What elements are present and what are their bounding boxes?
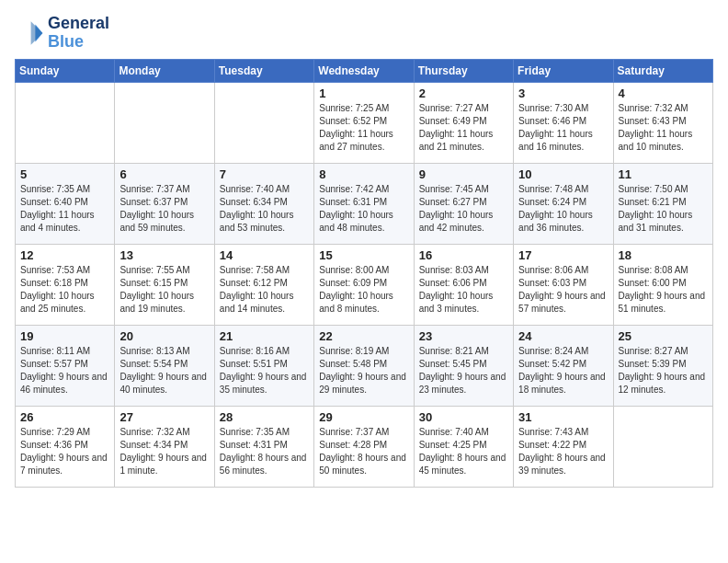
weekday-header-wednesday: Wednesday — [314, 59, 414, 82]
weekday-header-friday: Friday — [514, 59, 613, 82]
day-info: Sunrise: 7:48 AM Sunset: 6:24 PM Dayligh… — [518, 183, 608, 235]
day-info: Sunrise: 7:29 AM Sunset: 4:36 PM Dayligh… — [20, 426, 109, 477]
calendar-cell — [214, 82, 313, 163]
day-info: Sunrise: 7:27 AM Sunset: 6:49 PM Dayligh… — [419, 102, 508, 154]
day-number: 6 — [119, 167, 209, 181]
calendar-cell: 30Sunrise: 7:40 AM Sunset: 4:25 PM Dayli… — [414, 406, 513, 487]
calendar-cell: 1Sunrise: 7:25 AM Sunset: 6:52 PM Daylig… — [314, 82, 414, 163]
calendar-cell: 15Sunrise: 8:00 AM Sunset: 6:09 PM Dayli… — [314, 244, 414, 325]
day-number: 16 — [419, 248, 508, 262]
day-number: 28 — [220, 410, 309, 424]
day-number: 19 — [20, 329, 109, 343]
calendar-cell: 7Sunrise: 7:40 AM Sunset: 6:34 PM Daylig… — [214, 163, 313, 244]
day-info: Sunrise: 7:50 AM Sunset: 6:21 PM Dayligh… — [619, 183, 708, 235]
day-number: 12 — [20, 248, 109, 262]
day-info: Sunrise: 7:30 AM Sunset: 6:46 PM Dayligh… — [518, 102, 608, 154]
calendar-cell: 11Sunrise: 7:50 AM Sunset: 6:21 PM Dayli… — [613, 163, 712, 244]
day-number: 13 — [119, 248, 209, 262]
calendar-cell: 3Sunrise: 7:30 AM Sunset: 6:46 PM Daylig… — [514, 82, 613, 163]
day-info: Sunrise: 7:53 AM Sunset: 6:18 PM Dayligh… — [20, 264, 109, 316]
day-info: Sunrise: 7:58 AM Sunset: 6:12 PM Dayligh… — [220, 264, 309, 316]
calendar-cell: 23Sunrise: 8:21 AM Sunset: 5:45 PM Dayli… — [414, 325, 513, 406]
day-info: Sunrise: 8:16 AM Sunset: 5:51 PM Dayligh… — [220, 345, 309, 396]
day-info: Sunrise: 8:21 AM Sunset: 5:45 PM Dayligh… — [419, 345, 508, 396]
day-info: Sunrise: 7:42 AM Sunset: 6:31 PM Dayligh… — [319, 183, 408, 235]
day-info: Sunrise: 8:03 AM Sunset: 6:06 PM Dayligh… — [419, 264, 508, 316]
day-number: 14 — [220, 248, 309, 262]
day-number: 15 — [319, 248, 408, 262]
calendar-cell — [613, 406, 712, 487]
calendar-cell: 26Sunrise: 7:29 AM Sunset: 4:36 PM Dayli… — [16, 406, 115, 487]
calendar-cell: 29Sunrise: 7:37 AM Sunset: 4:28 PM Dayli… — [314, 406, 414, 487]
day-info: Sunrise: 8:24 AM Sunset: 5:42 PM Dayligh… — [518, 345, 608, 396]
day-number: 27 — [119, 410, 209, 424]
calendar-cell: 19Sunrise: 8:11 AM Sunset: 5:57 PM Dayli… — [16, 325, 115, 406]
weekday-header-tuesday: Tuesday — [214, 59, 313, 82]
logo-text: General Blue — [48, 15, 109, 52]
day-number: 29 — [319, 410, 408, 424]
day-number: 23 — [419, 329, 508, 343]
calendar-cell: 20Sunrise: 8:13 AM Sunset: 5:54 PM Dayli… — [115, 325, 214, 406]
day-info: Sunrise: 7:43 AM Sunset: 4:22 PM Dayligh… — [518, 426, 608, 477]
day-number: 4 — [619, 86, 708, 100]
calendar-cell: 21Sunrise: 8:16 AM Sunset: 5:51 PM Dayli… — [214, 325, 313, 406]
day-info: Sunrise: 7:37 AM Sunset: 6:37 PM Dayligh… — [119, 183, 209, 235]
day-info: Sunrise: 7:37 AM Sunset: 4:28 PM Dayligh… — [319, 426, 408, 477]
day-number: 22 — [319, 329, 408, 343]
day-number: 24 — [518, 329, 608, 343]
weekday-header-thursday: Thursday — [414, 59, 513, 82]
day-number: 18 — [619, 248, 708, 262]
calendar-cell: 16Sunrise: 8:03 AM Sunset: 6:06 PM Dayli… — [414, 244, 513, 325]
day-info: Sunrise: 8:11 AM Sunset: 5:57 PM Dayligh… — [20, 345, 109, 396]
weekday-header-saturday: Saturday — [613, 59, 712, 82]
calendar-cell: 28Sunrise: 7:35 AM Sunset: 4:31 PM Dayli… — [214, 406, 313, 487]
day-info: Sunrise: 8:00 AM Sunset: 6:09 PM Dayligh… — [319, 264, 408, 316]
day-info: Sunrise: 7:45 AM Sunset: 6:27 PM Dayligh… — [419, 183, 508, 235]
day-info: Sunrise: 7:35 AM Sunset: 6:40 PM Dayligh… — [20, 183, 109, 235]
day-info: Sunrise: 8:08 AM Sunset: 6:00 PM Dayligh… — [619, 264, 708, 316]
day-number: 30 — [419, 410, 508, 424]
svg-marker-1 — [31, 21, 43, 45]
calendar-cell: 13Sunrise: 7:55 AM Sunset: 6:15 PM Dayli… — [115, 244, 214, 325]
day-info: Sunrise: 8:13 AM Sunset: 5:54 PM Dayligh… — [119, 345, 209, 396]
calendar-cell: 17Sunrise: 8:06 AM Sunset: 6:03 PM Dayli… — [514, 244, 613, 325]
calendar-cell: 22Sunrise: 8:19 AM Sunset: 5:48 PM Dayli… — [314, 325, 414, 406]
day-info: Sunrise: 7:25 AM Sunset: 6:52 PM Dayligh… — [319, 102, 408, 154]
day-number: 2 — [419, 86, 508, 100]
calendar-cell: 9Sunrise: 7:45 AM Sunset: 6:27 PM Daylig… — [414, 163, 513, 244]
calendar-cell: 8Sunrise: 7:42 AM Sunset: 6:31 PM Daylig… — [314, 163, 414, 244]
logo-icon — [15, 18, 44, 48]
day-number: 25 — [619, 329, 708, 343]
day-number: 11 — [619, 167, 708, 181]
day-number: 7 — [220, 167, 309, 181]
day-number: 3 — [518, 86, 608, 100]
calendar-cell — [115, 82, 214, 163]
calendar-cell: 4Sunrise: 7:32 AM Sunset: 6:43 PM Daylig… — [613, 82, 712, 163]
day-number: 8 — [319, 167, 408, 181]
day-number: 17 — [518, 248, 608, 262]
calendar-cell: 27Sunrise: 7:32 AM Sunset: 4:34 PM Dayli… — [115, 406, 214, 487]
calendar-cell: 6Sunrise: 7:37 AM Sunset: 6:37 PM Daylig… — [115, 163, 214, 244]
calendar-cell: 12Sunrise: 7:53 AM Sunset: 6:18 PM Dayli… — [16, 244, 115, 325]
day-info: Sunrise: 7:32 AM Sunset: 4:34 PM Dayligh… — [119, 426, 209, 477]
day-info: Sunrise: 7:35 AM Sunset: 4:31 PM Dayligh… — [220, 426, 309, 477]
day-number: 1 — [319, 86, 408, 100]
calendar-cell: 31Sunrise: 7:43 AM Sunset: 4:22 PM Dayli… — [514, 406, 613, 487]
calendar-cell — [16, 82, 115, 163]
logo: General Blue — [15, 15, 109, 52]
calendar-cell: 2Sunrise: 7:27 AM Sunset: 6:49 PM Daylig… — [414, 82, 513, 163]
day-info: Sunrise: 7:40 AM Sunset: 4:25 PM Dayligh… — [419, 426, 508, 477]
page-header: General Blue — [15, 15, 713, 52]
calendar-cell: 24Sunrise: 8:24 AM Sunset: 5:42 PM Dayli… — [514, 325, 613, 406]
calendar-cell: 18Sunrise: 8:08 AM Sunset: 6:00 PM Dayli… — [613, 244, 712, 325]
calendar-table: SundayMondayTuesdayWednesdayThursdayFrid… — [15, 59, 713, 488]
day-info: Sunrise: 8:27 AM Sunset: 5:39 PM Dayligh… — [619, 345, 708, 396]
day-number: 26 — [20, 410, 109, 424]
day-info: Sunrise: 7:32 AM Sunset: 6:43 PM Dayligh… — [619, 102, 708, 154]
calendar-cell: 10Sunrise: 7:48 AM Sunset: 6:24 PM Dayli… — [514, 163, 613, 244]
calendar-cell: 25Sunrise: 8:27 AM Sunset: 5:39 PM Dayli… — [613, 325, 712, 406]
day-number: 10 — [518, 167, 608, 181]
day-info: Sunrise: 7:40 AM Sunset: 6:34 PM Dayligh… — [220, 183, 309, 235]
weekday-header-sunday: Sunday — [16, 59, 115, 82]
day-info: Sunrise: 7:55 AM Sunset: 6:15 PM Dayligh… — [119, 264, 209, 316]
